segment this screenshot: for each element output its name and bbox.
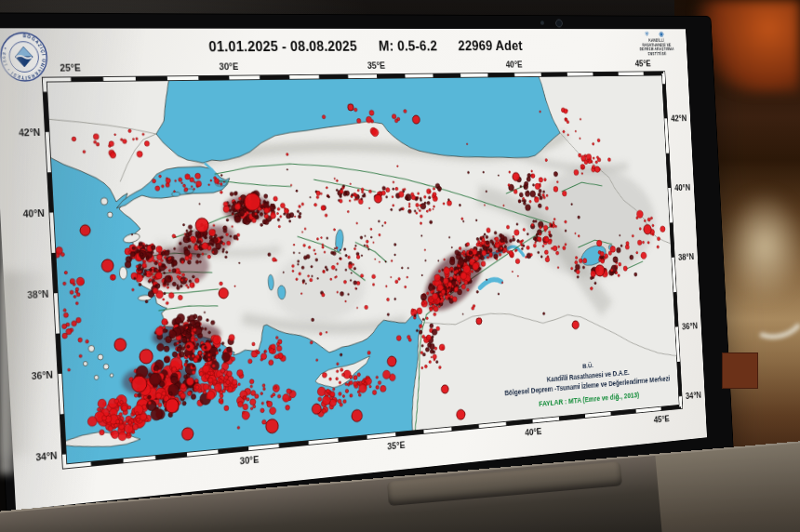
svg-text:42°N: 42°N	[671, 113, 687, 124]
svg-text:30°E: 30°E	[239, 454, 259, 467]
svg-text:45°E: 45°E	[654, 413, 670, 424]
svg-text:30°E: 30°E	[219, 60, 238, 72]
svg-text:25°E: 25°E	[60, 61, 81, 73]
svg-text:38°N: 38°N	[678, 251, 695, 261]
svg-text:38°N: 38°N	[27, 288, 49, 300]
svg-text:36°N: 36°N	[31, 368, 53, 381]
svg-text:35°E: 35°E	[367, 60, 386, 70]
laptop-screen: 25°E30°E35°E40°E45°E30°E35°E40°E45°E42°N…	[0, 13, 733, 529]
kandilli-observatory-logo: ✳ ◉ KANDİLLİ RASATHANESİ VE DEPREM ARAŞT…	[627, 30, 686, 57]
bogazici-university-logo: BOĞAZİÇİ ÜNİVERSİTESİ • 1863 •	[0, 31, 50, 83]
svg-text:35°E: 35°E	[387, 439, 406, 451]
seismicity-map: 25°E30°E35°E40°E45°E30°E35°E40°E45°E42°N…	[0, 28, 707, 510]
svg-text:40°N: 40°N	[22, 207, 45, 219]
svg-text:40°E: 40°E	[525, 426, 541, 438]
kandilli-emblem-icons: ✳ ◉	[627, 30, 685, 38]
map-title: 01.01.2025 - 08.08.2025 M: 0.5-6.2 22969…	[27, 38, 668, 57]
background-wood-block	[722, 352, 758, 389]
webcam-icon	[555, 20, 563, 28]
svg-text:40°N: 40°N	[674, 182, 691, 193]
kandilli-text-line: ENSTİTÜSÜ	[628, 52, 686, 57]
svg-text:34°N: 34°N	[686, 390, 702, 401]
svg-text:36°N: 36°N	[682, 320, 699, 331]
title-magnitude-range: M: 0.5-6.2	[379, 38, 438, 54]
svg-text:42°N: 42°N	[19, 126, 41, 139]
title-date-range: 01.01.2025 - 08.08.2025	[208, 38, 357, 55]
screen-content: 25°E30°E35°E40°E45°E30°E35°E40°E45°E42°N…	[0, 28, 707, 510]
webcam-led-icon	[540, 20, 544, 24]
photo-scene: 25°E30°E35°E40°E45°E30°E35°E40°E45°E42°N…	[0, 0, 800, 532]
svg-text:34°N: 34°N	[35, 449, 58, 462]
svg-text:40°E: 40°E	[505, 59, 523, 69]
svg-text:45°E: 45°E	[635, 59, 651, 69]
title-event-count: 22969 Adet	[458, 38, 523, 54]
